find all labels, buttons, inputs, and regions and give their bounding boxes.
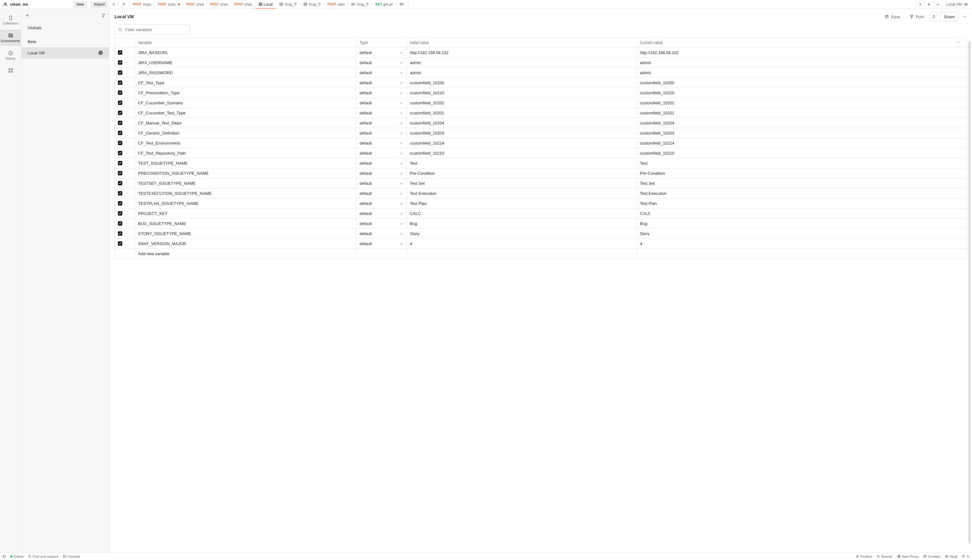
variable-enabled-checkbox[interactable]	[118, 60, 122, 65]
filter-environments-icon[interactable]	[101, 13, 105, 18]
environment-item[interactable]: Local VM	[22, 47, 109, 58]
variable-enabled-checkbox[interactable]	[118, 231, 122, 236]
filter-variables-input[interactable]	[125, 27, 187, 32]
rail-environments[interactable]: Environments	[0, 30, 21, 46]
initial-value-cell[interactable]: customfield_10203	[407, 128, 637, 138]
status-runner[interactable]: Runner	[877, 555, 893, 558]
initial-value-cell[interactable]: Test Plan	[407, 198, 637, 209]
current-value-cell[interactable]: Test Plan	[637, 198, 967, 209]
tab-2[interactable]: POSTcrea	[155, 0, 183, 8]
variable-type-cell[interactable]: default	[356, 138, 407, 148]
current-value-cell[interactable]: admin	[637, 58, 967, 68]
rail-history[interactable]: History	[0, 47, 21, 63]
current-value-cell[interactable]: Story	[637, 229, 967, 239]
current-value-cell[interactable]: customfield_10203	[637, 128, 967, 138]
current-value-cell[interactable]: Test Set	[637, 178, 967, 188]
tab-9[interactable]: POSTstan	[324, 0, 348, 8]
initial-value-cell[interactable]: Bug	[407, 219, 637, 229]
variable-name-cell[interactable]: JIRA_BASEURL	[135, 48, 357, 58]
variable-enabled-checkbox[interactable]	[118, 100, 122, 105]
status-online[interactable]: Online	[10, 555, 23, 558]
toggle-sidebar[interactable]	[3, 555, 6, 558]
create-environment-icon[interactable]	[25, 13, 30, 18]
tab-4[interactable]: POSTcrea	[207, 0, 231, 8]
variable-enabled-checkbox[interactable]	[118, 121, 122, 125]
tab-6[interactable]: Local	[255, 0, 276, 8]
variable-enabled-checkbox[interactable]	[118, 242, 122, 246]
tab-11[interactable]: GETget pr	[372, 0, 397, 8]
variable-type-cell[interactable]: default	[356, 239, 407, 249]
current-value-cell[interactable]: Test Execution	[637, 188, 967, 198]
initial-value-cell[interactable]: customfield_10204	[407, 118, 637, 128]
status-postbot[interactable]: Postbot	[856, 555, 872, 558]
variable-name-cell[interactable]: STORY_ISSUETYPE_NAME	[135, 229, 357, 239]
initial-value-cell[interactable]: customfield_10201	[407, 108, 637, 118]
variable-name-cell[interactable]: JIRA_USERNAME	[135, 58, 357, 68]
tab-7[interactable]: Xray_F	[276, 0, 300, 8]
variable-name-cell[interactable]: CF_Manual_Test_Steps	[135, 118, 357, 128]
variable-type-cell[interactable]: default	[356, 219, 407, 229]
tab-10[interactable]: Xray_F	[348, 0, 372, 8]
variable-name-cell[interactable]: TESTEXECUTION_ISSUETYPE_NAME	[135, 188, 357, 198]
rail-configure[interactable]	[0, 65, 21, 76]
more-actions-icon[interactable]	[962, 15, 967, 19]
status-vault[interactable]: Vault	[945, 555, 957, 558]
tabs-scroll-right[interactable]	[916, 0, 925, 8]
current-value-cell[interactable]: Test	[637, 158, 967, 168]
initial-value-cell[interactable]: customfield_10220	[407, 88, 637, 98]
initial-value-cell[interactable]: customfield_10202	[407, 98, 637, 108]
tabs-scroll-left[interactable]	[109, 0, 118, 8]
tab-1[interactable]: POSTimpo	[130, 0, 155, 8]
current-value-cell[interactable]: CALC	[637, 209, 967, 219]
current-value-cell[interactable]: customfield_10202	[637, 98, 967, 108]
variable-enabled-checkbox[interactable]	[118, 131, 122, 135]
variable-type-cell[interactable]: default	[356, 88, 407, 98]
current-value-cell[interactable]: customfield_10210	[637, 148, 967, 158]
variable-type-cell[interactable]: default	[356, 148, 407, 158]
variable-type-cell[interactable]: default	[356, 168, 407, 178]
initial-value-cell[interactable]: customfield_10200	[407, 78, 637, 88]
variable-type-cell[interactable]: default	[356, 108, 407, 118]
initial-value-cell[interactable]: Test	[407, 158, 637, 168]
sidebar-globals[interactable]: Globals	[22, 22, 109, 33]
status-trash[interactable]: Tr	[962, 555, 969, 558]
current-value-cell[interactable]: customfield_10204	[637, 118, 967, 128]
fork-button[interactable]: Fork	[906, 12, 927, 22]
environment-quicklook-icon[interactable]	[964, 2, 968, 7]
variable-type-cell[interactable]: default	[356, 98, 407, 108]
variable-name-cell[interactable]: JIRA_PASSWORD	[135, 68, 357, 78]
initial-value-cell[interactable]: customfield_10224	[407, 138, 637, 148]
variable-name-cell[interactable]: CF_Test_Type	[135, 78, 357, 88]
current-value-cell[interactable]: http://192.168.56.102	[637, 48, 967, 58]
variable-enabled-checkbox[interactable]	[118, 221, 122, 226]
variable-enabled-checkbox[interactable]	[118, 171, 122, 175]
new-button[interactable]: New	[73, 1, 87, 8]
workspace-name[interactable]: clean_ws	[10, 2, 71, 7]
fork-count[interactable]: 0	[930, 12, 937, 22]
current-value-cell[interactable]: Bug	[637, 219, 967, 229]
variable-enabled-checkbox[interactable]	[118, 211, 122, 216]
variable-name-cell[interactable]: BUG_ISSUETYPE_NAME	[135, 219, 357, 229]
initial-value-cell[interactable]: CALC	[407, 209, 637, 219]
variable-enabled-checkbox[interactable]	[118, 80, 122, 85]
variable-enabled-checkbox[interactable]	[118, 191, 122, 195]
initial-value-cell[interactable]: Test Set	[407, 178, 637, 188]
add-variable-row[interactable]: Add new variable	[115, 249, 967, 259]
tab-12[interactable]	[397, 0, 408, 8]
variable-type-cell[interactable]: default	[356, 158, 407, 168]
variable-type-cell[interactable]: default	[356, 128, 407, 138]
variable-name-cell[interactable]: CF_Generic_Definition	[135, 128, 357, 138]
variable-enabled-checkbox[interactable]	[118, 141, 122, 145]
save-button[interactable]: Save	[882, 12, 904, 22]
initial-value-cell[interactable]: 4	[407, 239, 637, 249]
variable-type-cell[interactable]: default	[356, 229, 407, 239]
current-value-cell[interactable]: admin	[637, 68, 967, 78]
variable-type-cell[interactable]: default	[356, 188, 407, 198]
tab-3[interactable]: POSTcrea	[183, 0, 207, 8]
status-cookies[interactable]: Cookies	[923, 555, 940, 558]
variable-type-cell[interactable]: default	[356, 209, 407, 219]
variable-type-cell[interactable]: default	[356, 58, 407, 68]
initial-value-cell[interactable]: Story	[407, 229, 637, 239]
tab-0[interactable]: _F	[118, 0, 130, 8]
initial-value-cell[interactable]: admin	[407, 68, 637, 78]
